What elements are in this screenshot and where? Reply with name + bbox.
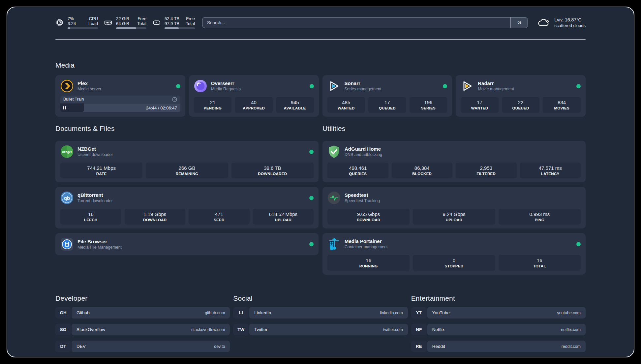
- stat-block: 16 LEECH: [60, 209, 121, 225]
- service-subtitle: Movie management: [478, 86, 514, 92]
- memory-free-label: Free: [137, 16, 146, 21]
- bookmark-url: github.com: [205, 311, 225, 315]
- bookmark-group-entertainment: Entertainment YT YouTube youtube.com NF …: [411, 294, 586, 352]
- media-cards-row: Plex Media server Bullet Train: [55, 75, 586, 117]
- stat-label: QUERIES: [349, 171, 367, 176]
- disk-progress-fill: [165, 27, 179, 29]
- radarr-icon: [461, 79, 474, 93]
- cpu-usage-label: CPU: [89, 16, 98, 21]
- service-title: AdGuard Home: [345, 146, 382, 152]
- stat-label: FILTERED: [476, 171, 496, 176]
- section-title-entertainment: Entertainment: [411, 294, 586, 302]
- disk-widget: 52.4 TB 97.9 TB Free Total: [152, 16, 195, 29]
- utilities-column: AdGuard Home DNS and adblocking 498,461 …: [322, 141, 586, 275]
- plex-now-playing: Bullet Train 24:44 / 02:06:47: [60, 96, 180, 112]
- cpu-progress-fill: [68, 27, 70, 29]
- service-subtitle: Container management: [345, 244, 388, 250]
- stat-block: 834 MOVIES: [543, 97, 581, 113]
- service-subtitle: DNS and adblocking: [345, 152, 382, 158]
- service-title: Plex: [77, 80, 101, 86]
- overseerr-icon: [194, 79, 207, 93]
- stat-block: 0.993 ms PING: [499, 209, 581, 225]
- bookmark-name: LinkedIn: [254, 310, 271, 315]
- stat-value: 834: [558, 99, 566, 106]
- service-card-plex[interactable]: Plex Media server Bullet Train: [55, 75, 185, 117]
- bookmark-name: Netflix: [432, 327, 445, 332]
- status-dot: [576, 242, 581, 246]
- service-card-filebrowser[interactable]: File Browser Media File Management: [55, 233, 319, 255]
- bookmark-stackoverflow[interactable]: SO StackOverflow stackoverflow.com: [55, 324, 230, 335]
- stat-label: MOVIES: [554, 106, 569, 111]
- bookmark-url: linkedin.com: [380, 311, 403, 315]
- stat-block: 945 AVAILABLE: [276, 97, 314, 113]
- cpu-load-value: 3.24: [68, 21, 76, 26]
- service-card-radarr[interactable]: Radarr Movie management 17 WANTED 22 QUE…: [456, 75, 586, 117]
- bookmark-linkedin[interactable]: LI LinkedIn linkedin.com: [233, 307, 408, 318]
- adguard-icon: [327, 145, 341, 158]
- stat-label: SERIES: [421, 106, 436, 111]
- bookmark-group-developer: Developer GH Github github.com SO StackO…: [55, 294, 230, 352]
- weather-widget[interactable]: Lviv, 16.87°C scattered clouds: [537, 17, 586, 28]
- search-provider-button[interactable]: G: [510, 17, 528, 28]
- stat-value: 9.24 Gbps: [443, 211, 465, 217]
- bookmark-reddit[interactable]: RE Reddit reddit.com: [411, 341, 586, 352]
- stat-block: 0 STOPPED: [413, 255, 495, 271]
- stat-value: 47.571 ms: [539, 165, 562, 171]
- stat-block: 744.21 Mbps RATE: [60, 163, 142, 178]
- service-card-adguard[interactable]: AdGuard Home DNS and adblocking 498,461 …: [322, 141, 586, 182]
- disk-total-value: 97.9 TB: [165, 21, 179, 26]
- stat-label: LATENCY: [541, 171, 560, 176]
- memory-total-value: 64 GiB: [116, 21, 129, 26]
- service-subtitle: Usenet downloader: [77, 152, 113, 158]
- stat-value: 498,461: [349, 165, 367, 171]
- memory-icon: [104, 18, 112, 27]
- service-card-sonarr[interactable]: Sonarr Series management 485 WANTED 17 Q…: [322, 75, 452, 117]
- status-dot: [443, 84, 447, 88]
- cpu-widget: 7% 3.24 CPU Load: [55, 16, 98, 29]
- playback-progress-bar: 24:44 / 02:06:47: [60, 104, 180, 112]
- service-card-nzbget[interactable]: nzbget NZBGet Usenet downloader 744.21 M…: [55, 141, 319, 182]
- stat-label: TOTAL: [533, 263, 546, 269]
- stat-label: SEED: [214, 217, 225, 223]
- stat-value: 86,384: [414, 165, 430, 171]
- cloud-icon: [537, 17, 550, 28]
- section-title-developer: Developer: [55, 294, 230, 302]
- cpu-icon: [55, 18, 64, 27]
- cpu-progress-track: [68, 27, 98, 29]
- service-subtitle: Media File Management: [77, 245, 122, 250]
- bookmark-url: dev.to: [214, 344, 225, 349]
- bookmark-name: Github: [76, 310, 90, 315]
- stat-label: QUEUED: [512, 106, 529, 111]
- weather-location-temp: Lviv, 16.87°C: [554, 17, 586, 23]
- bookmark-youtube[interactable]: YT YouTube youtube.com: [411, 307, 586, 318]
- status-dot: [310, 84, 314, 88]
- service-card-overseerr[interactable]: Overseerr Media Requests 21 PENDING 40 A…: [189, 75, 319, 117]
- service-subtitle: Speedtest Tracking: [345, 198, 380, 204]
- bookmark-github[interactable]: GH Github github.com: [55, 307, 230, 318]
- stat-value: 21: [210, 99, 216, 106]
- service-card-portainer[interactable]: Media Portainer Container management 16 …: [322, 233, 586, 275]
- stat-block: 47.571 ms LATENCY: [520, 163, 581, 178]
- stat-value: 744.21 Mbps: [87, 165, 116, 171]
- stat-label: APPROVED: [243, 106, 265, 111]
- bookmark-twitter[interactable]: TW Twitter twitter.com: [233, 324, 408, 335]
- bookmark-abbr: NF: [411, 324, 427, 335]
- stat-value: 618.52 Mbps: [269, 211, 297, 217]
- stat-label: UPLOAD: [275, 217, 291, 223]
- bookmark-name: DEV: [76, 344, 86, 349]
- status-dot: [309, 242, 314, 246]
- stat-label: WANTED: [338, 106, 355, 111]
- section-title-documents: Documents & Files: [55, 125, 319, 133]
- bookmark-url: twitter.com: [383, 327, 403, 332]
- bookmark-abbr: YT: [411, 307, 427, 318]
- service-title: NZBGet: [77, 146, 113, 152]
- stat-block: 39.6 TB DOWNLOADED: [231, 163, 314, 178]
- search-input[interactable]: [202, 17, 510, 28]
- stat-block: 16 RUNNING: [327, 255, 410, 271]
- bookmark-netflix[interactable]: NF Netflix netflix.com: [411, 324, 586, 335]
- service-card-qbittorrent[interactable]: qb qBittorrent Torrent downloader 16 LEE…: [55, 187, 319, 228]
- service-card-speedtest[interactable]: Speedtest Speedtest Tracking 9.65 Gbps D…: [322, 187, 586, 228]
- stat-label: STOPPED: [445, 263, 464, 269]
- bookmark-dev[interactable]: DT DEV dev.to: [55, 341, 230, 352]
- status-dot: [176, 84, 180, 88]
